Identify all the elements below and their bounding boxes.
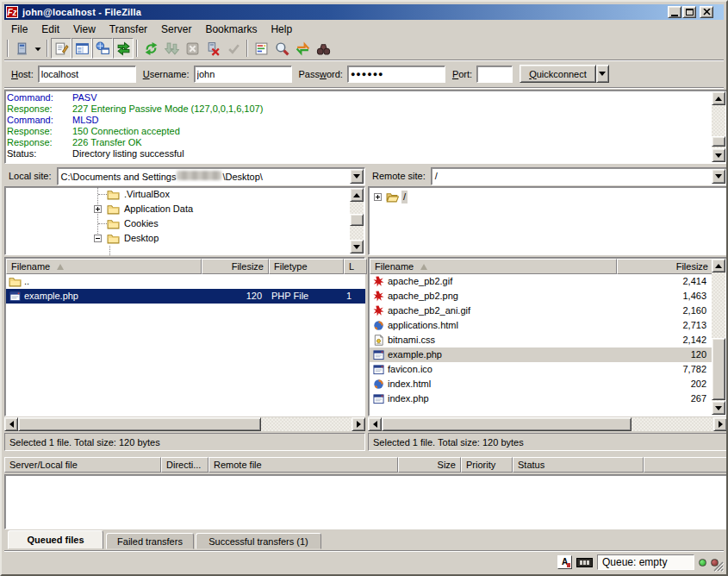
- tab-queued-files[interactable]: Queued files: [8, 530, 103, 549]
- arrow-down-icon: [715, 406, 722, 410]
- compare-button[interactable]: [271, 38, 292, 59]
- tree-item-desktop[interactable]: Desktop: [5, 231, 364, 246]
- queue-column-priority[interactable]: Priority: [461, 457, 513, 473]
- tree-line: [109, 246, 110, 255]
- scrollbar-left-button[interactable]: [4, 417, 18, 431]
- password-input[interactable]: [347, 66, 445, 83]
- quickconnect-button[interactable]: Quickconnect: [520, 65, 596, 83]
- scrollbar-thumb[interactable]: [382, 417, 632, 431]
- column-header-filetype[interactable]: Filetype: [269, 259, 344, 274]
- remote-list-vscrollbar[interactable]: [712, 259, 725, 415]
- arrow-left-icon: [9, 421, 14, 428]
- menu-edit[interactable]: Edit: [34, 22, 66, 37]
- file-row-apache-pb2-ani.gif[interactable]: apache_pb2_ani.gif2,160: [370, 304, 713, 318]
- column-header-filename[interactable]: Filename: [6, 259, 202, 274]
- local-site-combobox[interactable]: C:\Documents and Settings\Desktop\: [57, 167, 365, 185]
- message-log[interactable]: Command:PASVResponse:227 Entering Passiv…: [4, 90, 727, 164]
- file-row-bitnami.css[interactable]: bitnami.css2,142: [370, 333, 713, 347]
- toggle-queue-button[interactable]: [113, 38, 134, 59]
- disconnect-button[interactable]: [202, 38, 223, 59]
- port-label: Port:: [452, 69, 472, 79]
- file-row-index.html[interactable]: index.html202: [370, 377, 713, 391]
- local-site-dropdown-button[interactable]: [350, 169, 364, 184]
- maximize-button[interactable]: [682, 6, 696, 18]
- scrollbar-down-button[interactable]: [350, 240, 364, 254]
- quickconnect-dropdown[interactable]: [596, 65, 609, 83]
- menu-bookmarks[interactable]: Bookmarks: [198, 22, 264, 37]
- collapse-icon[interactable]: [94, 235, 102, 242]
- folder-icon: [107, 189, 120, 200]
- file-row-favicon.ico[interactable]: favicon.ico7,782: [370, 362, 713, 377]
- menu-view[interactable]: View: [66, 22, 103, 37]
- file-row-apache-pb2.gif[interactable]: apache_pb2.gif2,414: [370, 274, 713, 289]
- queue-column-blank[interactable]: [644, 457, 727, 473]
- local-list-hscrollbar[interactable]: [4, 417, 365, 431]
- tree-item-application-data[interactable]: Application Data: [5, 202, 364, 216]
- file-row-..[interactable]: ..: [6, 274, 365, 289]
- file-row-example.php[interactable]: example.php120: [370, 347, 713, 362]
- queue-column-directi-[interactable]: Directi...: [161, 457, 208, 473]
- scrollbar-thumb[interactable]: [18, 417, 261, 431]
- queue-column-remote-file[interactable]: Remote file: [208, 457, 398, 473]
- username-input[interactable]: [194, 66, 292, 83]
- column-header-filesize[interactable]: Filesize: [617, 259, 713, 274]
- menu-help[interactable]: Help: [264, 22, 299, 37]
- file-row-apache-pb2.png[interactable]: apache_pb2.png1,463: [370, 289, 713, 304]
- menu-server[interactable]: Server: [154, 22, 198, 37]
- find-files-button[interactable]: [313, 38, 333, 59]
- tree-item-root[interactable]: /: [369, 190, 726, 204]
- scrollbar-up-button[interactable]: [712, 91, 725, 105]
- scrollbar-up-button[interactable]: [712, 259, 725, 272]
- tree-item--virtualbox[interactable]: .VirtualBox: [5, 187, 364, 202]
- refresh-button[interactable]: [140, 38, 161, 59]
- scrollbar-thumb[interactable]: [350, 214, 364, 226]
- local-tree-vscrollbar[interactable]: [350, 188, 364, 254]
- filter-button[interactable]: [251, 38, 271, 59]
- data-type-indicator-icon[interactable]: A: [557, 555, 572, 569]
- scrollbar-left-button[interactable]: [368, 417, 382, 431]
- tree-item-cookies[interactable]: Cookies: [5, 216, 364, 231]
- remote-status-text: Selected 1 file. Total size: 120 bytes: [368, 433, 727, 451]
- scrollbar-down-button[interactable]: [712, 148, 725, 162]
- menu-file[interactable]: File: [4, 22, 34, 37]
- toolbar-separator: [246, 40, 248, 57]
- queue-column-status[interactable]: Status: [513, 457, 644, 473]
- scrollbar-right-button[interactable]: [352, 417, 365, 431]
- sync-browsing-button[interactable]: [292, 38, 313, 59]
- tab-failed-transfers[interactable]: Failed transfers: [106, 533, 194, 549]
- scrollbar-thumb[interactable]: [712, 136, 725, 147]
- scrollbar-down-button[interactable]: [712, 401, 725, 415]
- menu-transfer[interactable]: Transfer: [103, 22, 154, 37]
- site-manager-button[interactable]: [11, 38, 32, 59]
- minimize-button[interactable]: [668, 6, 681, 18]
- message-log-vscrollbar[interactable]: [712, 91, 725, 162]
- queue-column-server-local-file[interactable]: Server/Local file: [4, 457, 161, 473]
- host-input[interactable]: [38, 66, 136, 83]
- speed-limit-indicator-icon[interactable]: [576, 558, 593, 567]
- resize-grip[interactable]: [712, 560, 724, 572]
- scrollbar-right-button[interactable]: [713, 417, 727, 431]
- file-row-index.php[interactable]: index.php267: [370, 391, 713, 406]
- close-button[interactable]: [700, 6, 713, 18]
- column-header-filename[interactable]: Filename: [370, 259, 617, 274]
- column-header-filesize[interactable]: Filesize: [202, 259, 269, 274]
- toggle-local-tree-button[interactable]: [72, 38, 92, 59]
- folder-icon: [107, 203, 120, 215]
- site-manager-dropdown[interactable]: [32, 38, 44, 59]
- queue-column-size[interactable]: Size: [398, 457, 461, 473]
- tab-successful-transfers-1-[interactable]: Successful transfers (1): [196, 533, 321, 549]
- column-header-l[interactable]: L: [344, 259, 367, 274]
- file-row-applications.html[interactable]: applications.html2,713: [370, 318, 713, 333]
- remote-site-dropdown-button[interactable]: [712, 169, 725, 184]
- toggle-remote-tree-button[interactable]: [92, 38, 113, 59]
- scrollbar-thumb[interactable]: [712, 338, 725, 400]
- expand-icon[interactable]: [94, 205, 102, 213]
- expand-icon[interactable]: [374, 193, 382, 201]
- port-input[interactable]: [476, 66, 513, 83]
- remote-site-combobox[interactable]: /: [431, 167, 727, 185]
- remote-list-hscrollbar[interactable]: [368, 417, 727, 431]
- scrollbar-up-button[interactable]: [350, 188, 364, 202]
- toggle-message-log-button[interactable]: [51, 38, 72, 59]
- queue-list[interactable]: [4, 474, 727, 529]
- file-row-example.php[interactable]: example.php120PHP File1: [6, 289, 365, 304]
